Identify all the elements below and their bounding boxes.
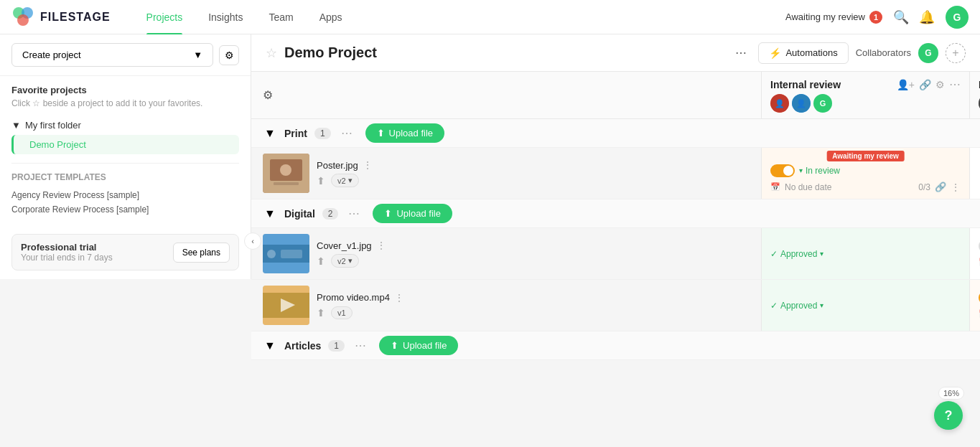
nav-apps[interactable]: Apps bbox=[307, 0, 355, 34]
cell-dots-poster-internal[interactable]: ⋮ bbox=[951, 182, 961, 193]
calendar-icon-poster: 📅 bbox=[770, 182, 780, 192]
upload-icon-digital: ⬆ bbox=[384, 208, 392, 219]
svg-point-2 bbox=[17, 14, 29, 26]
group-digital: ▼ Digital 2 ⋯ ⬆ Upload file bbox=[251, 199, 980, 331]
nav-insights[interactable]: Insights bbox=[195, 0, 256, 34]
group-digital-name: Digital bbox=[284, 208, 315, 220]
group-digital-upload-button[interactable]: ⬆ Upload file bbox=[373, 204, 452, 223]
file-name-poster: Poster.jpg bbox=[317, 160, 358, 171]
favorite-projects-subtitle: Click ☆ beside a project to add it to yo… bbox=[11, 98, 239, 108]
link-icon-poster-internal[interactable]: 🔗 bbox=[935, 182, 946, 192]
nav-projects[interactable]: Projects bbox=[134, 0, 196, 34]
group-print-row: ▼ Print 1 ⋯ ⬆ Upload file bbox=[251, 119, 980, 148]
project-title: Demo Project bbox=[284, 44, 724, 61]
review-cell-cover-internal: ✓ Approved ▾ bbox=[761, 228, 969, 279]
trial-subtitle: Your trial ends in 7 days bbox=[21, 253, 113, 263]
reviewer-avatar-1: 👤 bbox=[770, 94, 789, 113]
toggle-poster-internal[interactable] bbox=[770, 164, 795, 177]
group-digital-collapse[interactable]: ▼ bbox=[263, 207, 277, 221]
group-articles-name: Articles bbox=[284, 340, 321, 352]
internal-link-icon[interactable]: 🔗 bbox=[919, 79, 931, 90]
template-item-corporate[interactable]: Corporate Review Process [sample] bbox=[11, 202, 239, 217]
group-print-dots[interactable]: ⋯ bbox=[341, 126, 353, 140]
add-collaborator-button[interactable]: + bbox=[946, 43, 966, 63]
reviewer-avatar-3: G bbox=[813, 94, 832, 113]
sidebar-item-demo-project[interactable]: Demo Project bbox=[11, 135, 239, 154]
file-name-promo: Promo video.mp4 bbox=[317, 292, 390, 303]
review-cell-poster-external: Start review bbox=[969, 148, 980, 199]
file-cell-poster: Poster.jpg ⋮ ⬆ v2 ▾ bbox=[251, 148, 761, 199]
internal-settings-icon[interactable]: ⚙ bbox=[935, 79, 945, 90]
create-project-button[interactable]: Create project ▼ bbox=[11, 43, 213, 67]
scroll-area[interactable]: ⚙ Internal review 👤+ 🔗 ⚙ ⋯ bbox=[251, 72, 980, 447]
file-name-cover: Cover_v1.jpg bbox=[317, 240, 372, 251]
sidebar: Create project ▼ ⚙ Favorite projects Cli… bbox=[0, 34, 251, 279]
help-percent-badge: 16% bbox=[938, 387, 964, 400]
group-print-collapse[interactable]: ▼ bbox=[263, 126, 277, 141]
in-review-status-poster[interactable]: ▾ In review bbox=[799, 166, 840, 176]
group-articles-row: ▼ Articles 1 ⋯ ⬆ Upload file bbox=[251, 331, 980, 360]
lightning-icon: ⚡ bbox=[769, 47, 781, 59]
chevron-approved-promo-icon: ▾ bbox=[820, 301, 823, 309]
awaiting-count: 1 bbox=[869, 11, 882, 24]
automations-button[interactable]: ⚡ Automations bbox=[758, 42, 848, 64]
comments-poster: 0/3 bbox=[918, 182, 930, 192]
user-avatar[interactable]: G bbox=[946, 6, 969, 29]
folder-row[interactable]: ▼ My first folder bbox=[11, 120, 239, 131]
see-plans-button[interactable]: See plans bbox=[173, 243, 230, 263]
group-print-upload-button[interactable]: ⬆ Upload file bbox=[365, 123, 444, 143]
group-digital-row: ▼ Digital 2 ⋯ ⬆ Upload file bbox=[251, 199, 980, 228]
approved-label-promo-internal[interactable]: ✓ Approved ▾ bbox=[770, 301, 823, 311]
review-cell-cover-external: ▾ In review 📅 No due date 0/0 🔗 ⋮ bbox=[969, 228, 980, 279]
help-button[interactable]: ? bbox=[934, 401, 963, 430]
file-promo-dots[interactable]: ⋮ bbox=[394, 292, 404, 304]
awaiting-review[interactable]: Awaiting my review 1 bbox=[785, 11, 882, 24]
add-reviewer-icon[interactable]: 👤+ bbox=[897, 79, 915, 90]
review-header-row: ⚙ Internal review 👤+ 🔗 ⚙ ⋯ bbox=[251, 72, 980, 119]
file-cell-cover: Cover_v1.jpg ⋮ ⬆ v2 ▾ bbox=[251, 228, 761, 279]
group-digital-dots[interactable]: ⋯ bbox=[348, 207, 360, 220]
version-badge-poster[interactable]: v2 ▾ bbox=[331, 174, 359, 187]
svg-text:👤: 👤 bbox=[796, 98, 806, 108]
trial-title: Professional trial bbox=[21, 242, 113, 253]
folder-name: My first folder bbox=[25, 120, 81, 131]
file-cover-dots[interactable]: ⋮ bbox=[376, 240, 386, 251]
filter-icon[interactable]: ⚙ bbox=[219, 45, 239, 65]
checkmark-icon: ✓ bbox=[770, 249, 778, 259]
version-dropdown-icon: ▾ bbox=[348, 176, 353, 185]
file-thumb-cover bbox=[263, 234, 309, 273]
star-icon[interactable]: ☆ bbox=[266, 45, 277, 61]
group-digital-count: 2 bbox=[322, 208, 339, 220]
file-row-poster: Poster.jpg ⋮ ⬆ v2 ▾ bbox=[251, 148, 980, 199]
nav-team[interactable]: Team bbox=[256, 0, 306, 34]
sidebar-toggle-button[interactable]: ‹ bbox=[244, 232, 261, 250]
due-date-poster: No due date bbox=[785, 182, 831, 192]
sidebar-top: Create project ▼ ⚙ bbox=[0, 34, 251, 76]
template-item-agency[interactable]: Agency Review Process [sample] bbox=[11, 188, 239, 202]
file-poster-dots[interactable]: ⋮ bbox=[363, 159, 373, 171]
nav-right: Awaiting my review 1 🔍 🔔 G bbox=[785, 6, 969, 29]
project-dots-button[interactable]: ⋯ bbox=[731, 43, 751, 63]
upload-version-icon-cover[interactable]: ⬆ bbox=[317, 255, 325, 267]
filter-settings-icon[interactable]: ⚙ bbox=[263, 88, 273, 102]
search-icon[interactable]: 🔍 bbox=[894, 10, 908, 24]
group-articles-collapse[interactable]: ▼ bbox=[263, 339, 277, 353]
project-header: ☆ Demo Project ⋯ ⚡ Automations Collabora… bbox=[251, 34, 980, 72]
svg-point-13 bbox=[280, 164, 291, 176]
version-badge-cover[interactable]: v2 ▾ bbox=[331, 254, 359, 268]
file-thumb-promo bbox=[263, 286, 309, 325]
logo[interactable]: FILESTAGE bbox=[11, 6, 111, 29]
internal-dots-icon[interactable]: ⋯ bbox=[949, 77, 961, 91]
group-articles-dots[interactable]: ⋯ bbox=[355, 339, 366, 352]
upload-icon: ⬆ bbox=[377, 128, 385, 138]
group-articles-upload-button[interactable]: ⬆ Upload file bbox=[379, 336, 458, 355]
version-badge-promo[interactable]: v1 bbox=[331, 306, 353, 319]
collaborator-avatar: G bbox=[918, 43, 938, 63]
approved-label-cover-internal[interactable]: ✓ Approved ▾ bbox=[770, 249, 823, 259]
chevron-down-icon: ▾ bbox=[799, 166, 803, 174]
upload-version-icon-promo[interactable]: ⬆ bbox=[317, 307, 325, 319]
project-templates-title: Project templates bbox=[11, 172, 239, 182]
svg-rect-18 bbox=[281, 250, 302, 258]
notification-icon[interactable]: 🔔 bbox=[920, 10, 934, 24]
upload-version-icon[interactable]: ⬆ bbox=[317, 175, 325, 187]
